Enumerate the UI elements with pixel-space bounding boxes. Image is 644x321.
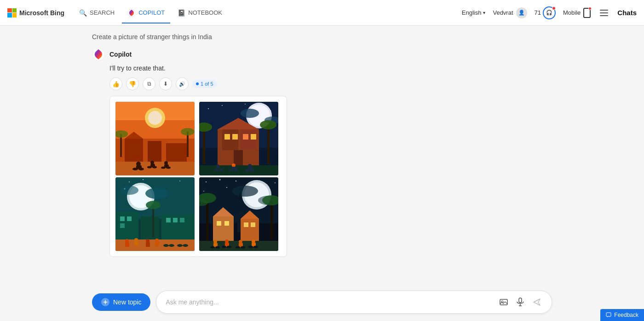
nav-search-label: SEARCH [90, 9, 115, 16]
svg-point-130 [215, 246, 220, 249]
svg-point-52 [260, 120, 276, 129]
svg-rect-42 [222, 129, 238, 150]
svg-rect-123 [224, 221, 229, 226]
mobile-notification-dot [588, 7, 592, 10]
svg-point-67 [129, 181, 130, 182]
svg-point-93 [155, 239, 159, 242]
svg-point-73 [145, 188, 168, 199]
nav-search[interactable]: 🔍 SEARCH [74, 6, 120, 19]
svg-point-64 [250, 169, 254, 172]
mobile-icon [583, 8, 591, 18]
user-icon: 👤 [518, 10, 525, 16]
new-topic-button[interactable]: New topic [92, 293, 150, 311]
points-badge[interactable]: 71 🎧 [535, 6, 556, 19]
new-topic-label: New topic [113, 298, 141, 306]
image-input-button[interactable] [498, 297, 509, 308]
sparkle-icon [102, 299, 109, 305]
image-grid [115, 102, 281, 251]
svg-point-98 [183, 244, 188, 247]
page-indicator[interactable]: 1 of 5 [192, 80, 217, 88]
notebook-nav-icon: 📓 [178, 9, 185, 17]
svg-rect-90 [134, 241, 138, 246]
feedback-button[interactable]: Feedback [600, 309, 644, 321]
send-button[interactable] [531, 297, 542, 308]
page-dot [196, 82, 199, 85]
bing-logo[interactable]: Microsoft Bing [7, 8, 64, 18]
nav-notebook[interactable]: 📓 NOTEBOOK [172, 6, 228, 19]
svg-point-35 [245, 104, 246, 105]
chat-input-box[interactable]: Ask me anything... [156, 291, 552, 314]
menu-button[interactable] [598, 8, 610, 18]
svg-rect-143 [500, 299, 507, 305]
svg-rect-124 [244, 222, 248, 227]
svg-point-105 [203, 191, 204, 192]
svg-rect-83 [180, 218, 184, 222]
svg-point-106 [226, 187, 227, 188]
audio-button[interactable]: 🔊 [176, 77, 189, 90]
chats-label: Chats [617, 9, 637, 17]
audio-icon: 🔊 [179, 81, 185, 87]
svg-rect-88 [125, 242, 129, 247]
copy-button[interactable]: ⧉ [143, 77, 155, 90]
svg-point-96 [169, 244, 174, 247]
thumbs-up-button[interactable]: 👍 [109, 77, 122, 90]
generated-image-2[interactable] [199, 102, 278, 175]
user-name: Vedvrat [493, 9, 513, 16]
feedback-icon [606, 312, 611, 318]
svg-point-56 [219, 169, 224, 171]
svg-rect-78 [120, 216, 125, 221]
svg-rect-45 [232, 134, 238, 140]
thumbs-down-icon: 👎 [129, 81, 136, 88]
copilot-header: Copilot [92, 48, 552, 61]
user-section[interactable]: Vedvrat 👤 [493, 7, 527, 18]
svg-point-57 [232, 163, 236, 167]
action-buttons: 👍 👎 ⧉ ⬇ 🔊 1 of 5 [109, 77, 552, 90]
svg-marker-149 [607, 316, 608, 317]
svg-rect-43 [241, 129, 257, 150]
svg-rect-94 [155, 242, 159, 246]
svg-rect-125 [251, 222, 255, 227]
bing-logo-grid [7, 8, 17, 18]
chats-button[interactable]: Chats [617, 9, 637, 17]
generated-image-4[interactable] [199, 177, 278, 251]
svg-rect-92 [146, 242, 150, 247]
language-selector[interactable]: English ▾ [462, 9, 486, 16]
svg-rect-118 [213, 216, 234, 242]
generated-image-3[interactable] [115, 177, 195, 251]
bottom-bar: New topic Ask me anything... [92, 285, 644, 321]
svg-point-74 [120, 186, 138, 195]
copilot-response: Copilot I'll try to create that. 👍 👎 ⧉ ⬇… [92, 44, 552, 261]
svg-point-142 [253, 246, 258, 248]
svg-rect-53 [199, 165, 278, 175]
svg-point-55 [214, 169, 219, 171]
svg-point-102 [219, 179, 221, 181]
svg-rect-81 [166, 218, 171, 222]
send-icon [533, 298, 541, 306]
main-content: Create a picture of stranger things in I… [0, 26, 644, 321]
thumbs-down-button[interactable]: 👎 [126, 77, 139, 90]
nav-copilot[interactable]: COPILOT [122, 6, 170, 20]
mobile-button[interactable]: Mobile [563, 8, 591, 18]
svg-rect-148 [606, 313, 611, 316]
svg-point-97 [177, 244, 183, 247]
svg-rect-79 [127, 216, 132, 221]
points-value: 71 [535, 9, 541, 16]
avatar: 👤 [516, 7, 527, 18]
main-nav: 🔍 SEARCH [74, 6, 228, 20]
notification-dot [552, 6, 556, 10]
download-button[interactable]: ⬇ [159, 77, 172, 90]
new-topic-icon [101, 298, 109, 306]
svg-point-60 [234, 169, 238, 171]
svg-rect-47 [251, 134, 256, 140]
bing-logo-text: Microsoft Bing [19, 9, 64, 17]
copilot-name: Copilot [109, 51, 132, 58]
copilot-nav-icon [127, 9, 136, 17]
svg-rect-48 [234, 150, 243, 166]
mobile-label: Mobile [563, 9, 581, 16]
svg-point-63 [245, 169, 249, 172]
generated-image-1[interactable] [115, 102, 195, 175]
svg-rect-114 [270, 200, 273, 239]
svg-rect-80 [120, 223, 125, 228]
user-message: Create a picture of stranger things in I… [92, 26, 552, 44]
microphone-button[interactable] [515, 297, 526, 308]
